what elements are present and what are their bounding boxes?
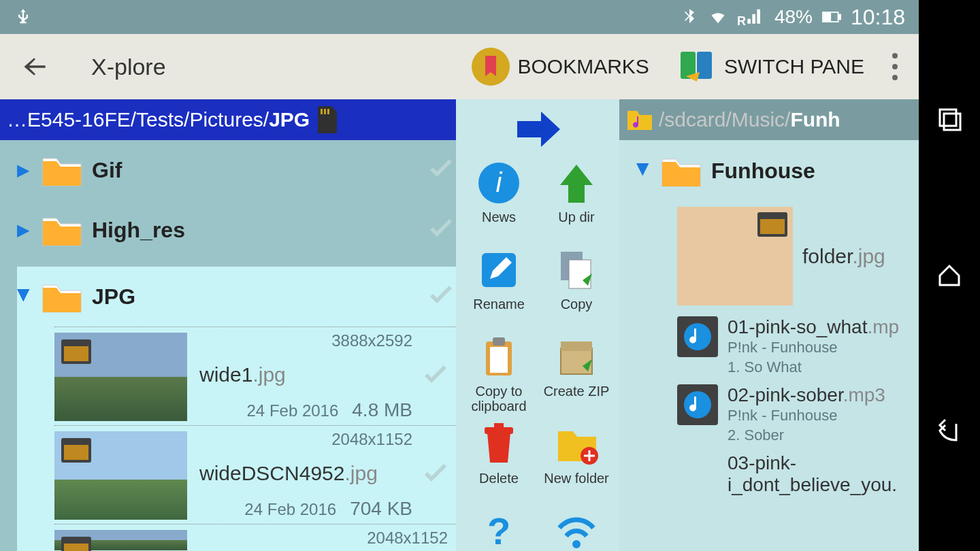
file-item[interactable]: 2048x1152 [54,524,456,551]
check-icon[interactable] [426,282,456,312]
svg-text:i: i [496,167,503,197]
left-tree[interactable]: ▶ Gif ▶ High_res ▶ JPG [0,140,456,551]
right-path: /sdcard/Music/Funh [659,108,840,131]
svg-rect-27 [561,341,592,351]
left-pane: …E545-16FE/Tests/Pictures/JPG ▶ Gif ▶ Hi… [0,99,456,551]
folder-item[interactable]: ▶ Gif [17,140,456,200]
create-zip-button[interactable]: Create ZIP [540,333,612,415]
check-icon[interactable] [421,361,451,391]
file-item[interactable]: 3888x2592 wide1.jpg 24 Feb 20164.8 MB [54,327,456,425]
bookmarks-label: BOOKMARKS [518,55,649,78]
check-icon[interactable] [421,460,451,490]
collapse-icon[interactable]: ▶ [634,163,653,178]
switch-pane-icon [676,46,717,87]
switch-pane-button[interactable]: SWITCH PANE [676,46,864,87]
svg-rect-25 [493,337,505,346]
folder-item[interactable]: ▶ High_res [17,200,456,260]
home-button[interactable] [936,262,963,289]
thumbnail [54,431,187,520]
music-file-item[interactable]: 03-pink-i_dont_believe_you. [677,447,919,488]
left-path-bar[interactable]: …E545-16FE/Tests/Pictures/JPG [0,99,456,140]
nav-back-button[interactable] [936,418,963,446]
file-item[interactable]: folder.jpg [677,201,919,311]
center-toolbar: i News Up dir Rename Copy Copy to clipbo… [456,99,619,551]
new-folder-icon [553,420,600,468]
file-dimensions: 2048x1152 [199,529,456,548]
right-tree[interactable]: ▶ Funhouse folder.jpg 01-pink-so_what.mp… [619,140,919,551]
delete-button[interactable]: Delete [463,420,535,502]
music-icon [677,316,718,357]
signal-icon: R [737,6,765,29]
svg-rect-34 [760,219,785,234]
rename-button[interactable]: Rename [463,246,535,328]
thumbnail [54,333,187,421]
folder-item-open[interactable]: ▶ Funhouse [636,140,919,201]
file-name: folder.jpg [802,245,885,268]
svg-point-38 [684,391,711,418]
svg-rect-1 [838,15,841,20]
trash-icon [475,420,523,468]
pencil-icon [475,246,523,294]
folder-name: JPG [92,284,416,310]
check-icon[interactable] [426,155,456,185]
file-date: 24 Feb 2016 [247,401,339,420]
battery-percent: 48% [774,6,813,28]
bookmarks-button[interactable]: BOOKMARKS [470,46,649,87]
recent-apps-button[interactable] [936,105,963,133]
track-number: 2. Sober [728,426,885,446]
up-dir-button[interactable]: Up dir [540,159,612,241]
copy-clipboard-button[interactable]: Copy to clipboard [463,333,535,415]
svg-rect-11 [327,109,329,114]
question-icon: ? [475,507,523,551]
new-folder-button[interactable]: New folder [540,420,612,502]
file-name: 01-pink-so_what.mp [728,316,899,338]
copy-icon [553,246,600,294]
file-dimensions: 3888x2592 [199,331,421,350]
svg-rect-13 [64,346,88,361]
svg-rect-29 [494,423,504,429]
svg-point-7 [892,64,898,69]
svg-rect-39 [940,110,956,126]
battery-icon [822,7,841,27]
system-nav-bar [919,0,980,551]
button-label: Copy to clipboard [463,384,535,414]
svg-point-32 [572,540,581,548]
bookmark-icon [470,46,511,87]
news-button[interactable]: i News [463,159,535,241]
transfer-direction-icon[interactable] [514,109,561,150]
check-icon[interactable] [426,215,456,245]
svg-rect-10 [324,109,326,114]
svg-point-8 [892,75,898,80]
expand-icon[interactable]: ▶ [17,220,32,239]
clipboard-icon [475,333,523,381]
usb-icon [14,7,33,27]
image-badge-icon [61,339,91,364]
button-label: Copy [561,297,593,312]
track-artist: P!nk - Funhouse [728,338,899,358]
file-size: 4.8 MB [352,399,412,421]
wifi-icon [708,7,728,27]
folder-item-open[interactable]: ▶ JPG [17,267,456,327]
up-arrow-icon [553,159,600,207]
track-number: 1. So What [728,358,899,378]
help-button[interactable]: ? [463,507,535,551]
music-file-item[interactable]: 02-pink-sober.mp3 P!nk - Funhouse 2. Sob… [677,379,919,447]
back-button[interactable] [20,52,50,82]
music-file-item[interactable]: 01-pink-so_what.mp P!nk - Funhouse 1. So… [677,311,919,379]
status-bar: R 48% 10:18 [0,0,919,34]
file-item[interactable]: 2048x1152 wideDSCN4952.jpg 24 Feb 201670… [54,425,456,524]
button-label: Create ZIP [544,384,610,399]
switch-pane-label: SWITCH PANE [724,55,864,78]
folder-icon [661,154,702,188]
right-path-bar[interactable]: /sdcard/Music/Funh [619,99,919,140]
svg-rect-2 [824,14,831,21]
button-label: New folder [544,471,609,486]
collapse-icon[interactable]: ▶ [15,289,34,304]
overflow-menu-button[interactable] [892,52,898,82]
folder-name: Funhouse [711,158,919,184]
copy-button[interactable]: Copy [540,246,612,328]
file-name: wide1.jpg [199,363,421,386]
clock: 10:18 [851,5,905,30]
expand-icon[interactable]: ▶ [17,161,32,180]
wifi-button[interactable] [540,507,612,551]
